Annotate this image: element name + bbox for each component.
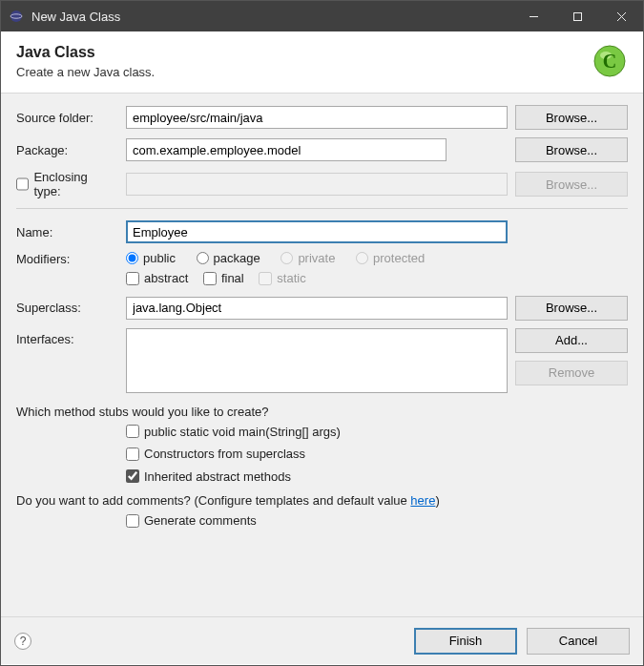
- divider: [16, 208, 628, 209]
- enclosing-type-checkbox[interactable]: Enclosing type:: [16, 170, 114, 198]
- superclass-label: Superclass:: [16, 301, 126, 315]
- superclass-input[interactable]: [126, 297, 508, 320]
- package-input[interactable]: [126, 138, 447, 161]
- modifier-public-radio[interactable]: public: [126, 251, 176, 265]
- package-label: Package:: [16, 143, 126, 157]
- java-class-icon: C: [592, 43, 628, 79]
- modifier-static-checkbox: static: [259, 271, 305, 285]
- wizard-content: Source folder: Browse... Package: Browse…: [1, 94, 643, 616]
- svg-text:C: C: [603, 51, 616, 72]
- source-folder-label: Source folder:: [16, 111, 126, 125]
- eclipse-icon: [9, 9, 24, 24]
- name-label: Name:: [16, 225, 126, 239]
- titlebar: New Java Class: [1, 1, 643, 31]
- finish-button[interactable]: Finish: [414, 628, 517, 655]
- method-stubs-question: Which method stubs would you like to cre…: [16, 405, 628, 419]
- generate-comments-checkbox[interactable]: Generate comments: [126, 513, 257, 528]
- interfaces-label: Interfaces:: [16, 328, 126, 346]
- modifier-package-radio[interactable]: package: [197, 251, 260, 265]
- modifier-final-checkbox[interactable]: final: [203, 271, 244, 285]
- page-subtitle: Create a new Java class.: [16, 65, 592, 79]
- help-icon[interactable]: ?: [14, 633, 31, 650]
- interfaces-remove-button: Remove: [515, 361, 628, 385]
- modifier-protected-radio: protected: [356, 251, 425, 265]
- name-input[interactable]: [126, 220, 508, 243]
- stub-constructors-checkbox[interactable]: Constructors from superclass: [126, 447, 305, 461]
- source-folder-browse-button[interactable]: Browse...: [515, 105, 628, 130]
- modifier-abstract-checkbox[interactable]: abstract: [126, 271, 188, 285]
- wizard-footer: ? Finish Cancel: [1, 616, 643, 664]
- enclosing-type-browse-button: Browse...: [515, 172, 628, 197]
- interfaces-add-button[interactable]: Add...: [515, 328, 628, 353]
- wizard-header: Java Class Create a new Java class. C: [1, 31, 643, 94]
- comments-question: Do you want to add comments? (Configure …: [16, 493, 628, 508]
- page-title: Java Class: [16, 44, 592, 61]
- cancel-button[interactable]: Cancel: [527, 628, 630, 655]
- interfaces-listbox[interactable]: [126, 328, 508, 393]
- stub-inherited-checkbox[interactable]: Inherited abstract methods: [126, 469, 291, 484]
- window-title: New Java Class: [31, 10, 511, 24]
- window-minimize-button[interactable]: [511, 1, 555, 31]
- svg-rect-3: [573, 12, 581, 20]
- source-folder-input[interactable]: [126, 106, 508, 129]
- package-browse-button[interactable]: Browse...: [515, 137, 628, 162]
- enclosing-type-input: [126, 173, 508, 196]
- configure-here-link[interactable]: here: [410, 493, 435, 508]
- svg-point-0: [10, 10, 22, 22]
- window-maximize-button[interactable]: [555, 1, 599, 31]
- modifier-private-radio: private: [280, 251, 335, 265]
- modifiers-label: Modifiers:: [16, 252, 126, 266]
- stub-main-checkbox[interactable]: public static void main(String[] args): [126, 425, 341, 439]
- window-close-button[interactable]: [599, 1, 643, 31]
- enclosing-type-label: Enclosing type:: [33, 170, 114, 198]
- superclass-browse-button[interactable]: Browse...: [515, 296, 628, 321]
